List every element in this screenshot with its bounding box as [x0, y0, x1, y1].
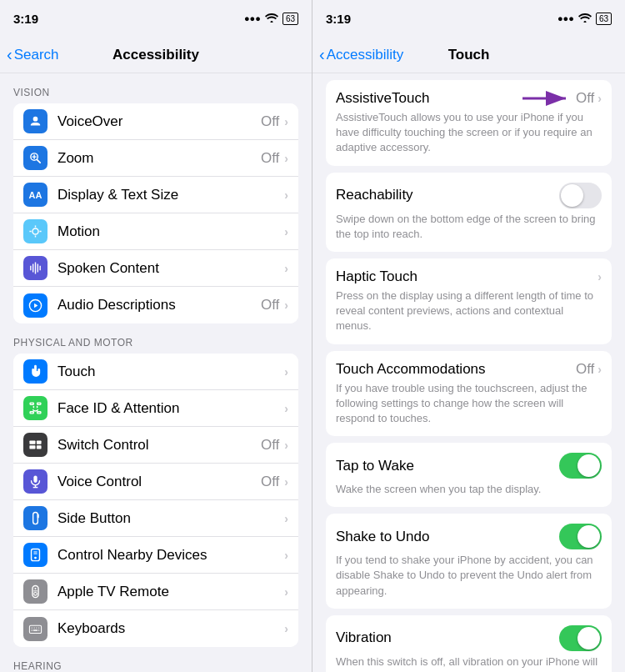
purple-right-arrow: [522, 91, 572, 106]
spoken-chevron: ›: [284, 262, 288, 275]
right-scroll-area: AssistiveTouch Off ›: [312, 73, 625, 672]
reachability-desc: Swipe down on the bottom edge of the scr…: [336, 212, 602, 242]
audio-value: Off: [261, 297, 279, 313]
right-signal-icon: ●●●: [558, 13, 574, 23]
list-item-voice[interactable]: Voice Control Off ›: [13, 464, 298, 500]
list-item-keyboards[interactable]: Keyboards ›: [13, 610, 298, 647]
shaketoundo-toggle[interactable]: [559, 524, 602, 549]
switch-icon: [23, 433, 48, 457]
taptowake-knob: [578, 454, 600, 477]
vibration-knob: [578, 627, 600, 649]
appletv-icon: [23, 579, 48, 604]
list-item-control[interactable]: Control Nearby Devices ›: [13, 537, 298, 574]
right-back-chevron: ‹: [319, 45, 325, 64]
svg-rect-22: [37, 445, 42, 449]
voice-value: Off: [261, 474, 279, 490]
svg-point-0: [33, 117, 38, 122]
touch-icon: [23, 359, 48, 384]
touchaccommodations-label: Touch Accommodations: [336, 361, 486, 378]
svg-rect-19: [29, 441, 35, 444]
vision-section: VISION VoiceOver Off › Zoom: [0, 73, 312, 323]
right-nav-bar: ‹ Accessibility Touch: [312, 37, 625, 73]
switch-label: Switch Control: [58, 437, 261, 454]
list-item-voiceover[interactable]: VoiceOver Off ›: [13, 103, 298, 140]
voiceover-icon: [23, 109, 48, 133]
control-label: Control Nearby Devices: [58, 547, 284, 564]
taptowake-toggle[interactable]: [559, 453, 602, 479]
voiceover-chevron: ›: [284, 115, 288, 128]
spoken-icon: [23, 256, 48, 280]
list-item-spoken[interactable]: Spoken Content ›: [13, 250, 298, 287]
left-panel: 3:19 ●●● 63 ‹ Search Accessibility VISIO…: [0, 0, 312, 672]
left-status-bar: 3:19 ●●● 63: [0, 0, 312, 37]
taptowake-group: Tap to Wake Wake the screen when you tap…: [326, 443, 612, 507]
haptictouch-group: Haptic Touch › Press on the display usin…: [326, 258, 612, 344]
right-back-button[interactable]: ‹ Accessibility: [319, 45, 403, 64]
haptictouch-item[interactable]: Haptic Touch › Press on the display usin…: [326, 258, 612, 344]
appletv-label: Apple TV Remote: [58, 584, 284, 600]
motion-chevron: ›: [284, 225, 288, 238]
vibration-item[interactable]: Vibration When this switch is off, all v…: [326, 615, 612, 672]
assistivetouch-value-row: Off ›: [522, 90, 602, 107]
assistivetouch-group: AssistiveTouch Off ›: [326, 80, 612, 166]
spoken-label: Spoken Content: [58, 260, 284, 277]
zoom-label: Zoom: [58, 150, 261, 167]
assistivetouch-desc: AssistiveTouch allows you to use your iP…: [336, 110, 602, 156]
voice-chevron: ›: [284, 475, 288, 489]
svg-rect-27: [38, 514, 39, 519]
reachability-knob: [561, 184, 583, 207]
list-item-zoom[interactable]: Zoom Off ›: [13, 140, 298, 177]
svg-point-5: [32, 228, 38, 234]
left-back-button[interactable]: ‹ Search: [7, 45, 59, 64]
vision-group: VoiceOver Off › Zoom Off › AA Display & …: [13, 103, 298, 323]
right-back-label[interactable]: Accessibility: [327, 47, 404, 63]
taptowake-label: Tap to Wake: [336, 458, 414, 474]
keyboards-icon: [23, 617, 48, 641]
list-item-appletv[interactable]: Apple TV Remote ›: [13, 574, 298, 610]
left-back-label[interactable]: Search: [14, 47, 59, 63]
touchaccommodations-group: Touch Accommodations Off › If you have t…: [326, 351, 612, 437]
battery-icon: 63: [282, 13, 298, 25]
reachability-item[interactable]: Reachability Swipe down on the bottom ed…: [326, 173, 612, 252]
shaketoundo-group: Shake to Undo If you tend to shake your …: [326, 514, 612, 609]
shaketoundo-item[interactable]: Shake to Undo If you tend to shake your …: [326, 514, 612, 609]
list-item-side[interactable]: Side Button ›: [13, 500, 298, 537]
svg-rect-23: [33, 475, 37, 483]
list-item-faceid[interactable]: Face ID & Attention ›: [13, 390, 298, 427]
vibration-desc: When this switch is off, all vibration o…: [336, 654, 602, 672]
right-time: 3:19: [326, 12, 351, 26]
display-chevron: ›: [284, 188, 288, 202]
wifi-icon: [265, 13, 278, 24]
side-label: Side Button: [58, 510, 284, 527]
zoom-value: Off: [261, 150, 279, 167]
hearing-header: HEARING: [0, 647, 312, 672]
left-nav-title: Accessibility: [112, 47, 199, 63]
assistivetouch-value: Off: [576, 90, 594, 107]
reachability-toggle[interactable]: [559, 183, 602, 208]
list-item-display[interactable]: AA Display & Text Size ›: [13, 177, 298, 213]
hearing-section: HEARING Hearing Devices ›: [0, 647, 312, 672]
touchaccommodations-item[interactable]: Touch Accommodations Off › If you have t…: [326, 351, 612, 437]
motion-icon: [23, 219, 48, 243]
list-item-motion[interactable]: Motion ›: [13, 213, 298, 250]
svg-rect-14: [38, 403, 41, 404]
svg-point-35: [34, 593, 38, 596]
list-item-audio[interactable]: Audio Descriptions Off ›: [13, 287, 298, 323]
touchaccommodations-value: Off: [576, 361, 594, 378]
list-item-touch[interactable]: Touch ›: [13, 354, 298, 390]
faceid-label: Face ID & Attention: [58, 400, 284, 417]
list-item-switch[interactable]: Switch Control Off ›: [13, 427, 298, 464]
display-label: Display & Text Size: [58, 187, 284, 203]
vibration-toggle[interactable]: [559, 625, 602, 651]
taptowake-item[interactable]: Tap to Wake Wake the screen when you tap…: [326, 443, 612, 507]
voiceover-value: Off: [261, 113, 279, 130]
zoom-chevron: ›: [284, 152, 288, 165]
shaketoundo-label: Shake to Undo: [336, 529, 429, 545]
haptictouch-desc: Press on the display using a different l…: [336, 288, 602, 334]
shaketoundo-desc: If you tend to shake your iPhone by acci…: [336, 553, 602, 599]
svg-rect-36: [29, 625, 41, 633]
physical-group: Touch › Face ID & Attention › Switch: [13, 354, 298, 647]
svg-rect-20: [29, 445, 35, 449]
assistivetouch-item[interactable]: AssistiveTouch Off ›: [326, 80, 612, 166]
touch-label: Touch: [58, 364, 284, 380]
